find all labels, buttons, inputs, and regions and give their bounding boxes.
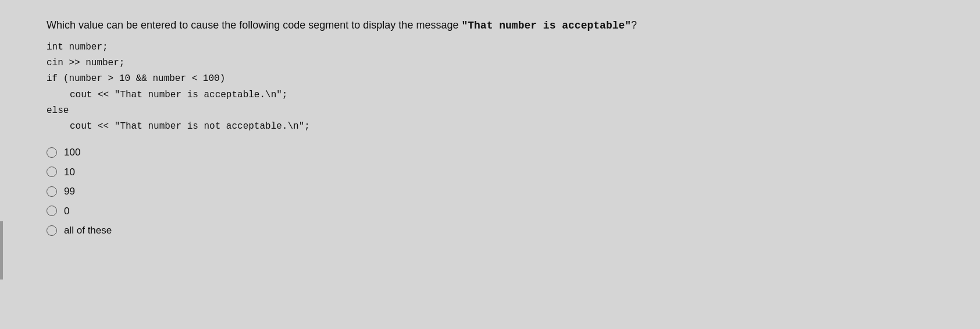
option-label-all: all of these	[64, 223, 112, 238]
option-item-all[interactable]: all of these	[47, 223, 933, 238]
question-text-after: ?	[631, 19, 637, 31]
radio-100[interactable]	[47, 147, 57, 158]
options-list: 100 10 99 0 all of these	[47, 145, 933, 238]
radio-99[interactable]	[47, 186, 57, 197]
code-block: int number; cin >> number; if (number > …	[47, 40, 933, 135]
question-text-before: Which value can be entered to cause the …	[47, 19, 461, 31]
radio-0[interactable]	[47, 206, 57, 216]
question-code-highlight: "That number is acceptable"	[461, 20, 631, 31]
option-item-10[interactable]: 10	[47, 165, 933, 180]
code-line-4: cout << "That number is acceptable.\n";	[70, 87, 933, 103]
radio-all[interactable]	[47, 225, 57, 236]
code-line-5: else	[47, 103, 933, 119]
radio-10[interactable]	[47, 167, 57, 177]
option-label-10: 10	[64, 165, 75, 180]
code-line-6: cout << "That number is not acceptable.\…	[70, 119, 933, 135]
code-line-1: int number;	[47, 40, 933, 55]
option-label-99: 99	[64, 184, 75, 199]
left-accent-bar	[0, 221, 3, 280]
option-item-100[interactable]: 100	[47, 145, 933, 160]
page-container: Which value can be entered to cause the …	[0, 0, 980, 329]
question-text: Which value can be entered to cause the …	[47, 17, 933, 34]
code-line-2: cin >> number;	[47, 55, 933, 71]
option-label-0: 0	[64, 204, 69, 219]
option-item-0[interactable]: 0	[47, 204, 933, 219]
code-line-3: if (number > 10 && number < 100)	[47, 71, 933, 87]
option-label-100: 100	[64, 145, 80, 160]
option-item-99[interactable]: 99	[47, 184, 933, 199]
